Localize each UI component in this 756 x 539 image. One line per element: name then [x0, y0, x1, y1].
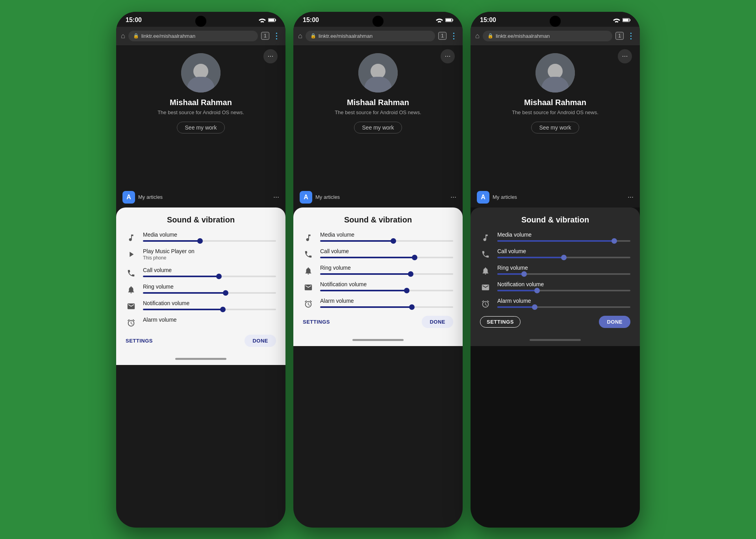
- avatar-3: [536, 53, 575, 93]
- alarm-slider-3[interactable]: [497, 306, 630, 308]
- partial-dots-3: ···: [628, 193, 634, 201]
- home-indicator-1: [116, 353, 285, 365]
- web-partial-1: A My articles ···: [116, 187, 285, 207]
- status-bar-2: 15:00: [293, 12, 463, 27]
- notif-volume-label-2: Notification volume: [320, 281, 453, 287]
- see-work-2[interactable]: See my work: [354, 122, 402, 133]
- home-icon-2[interactable]: ⌂: [298, 32, 302, 40]
- status-time-3: 15:00: [480, 17, 496, 24]
- home-bar-1: [175, 358, 226, 360]
- url-text-3: linktr.ee/mishaalrahman: [496, 33, 550, 39]
- settings-button-1[interactable]: SETTINGS: [126, 338, 153, 344]
- partial-dots-1: ···: [273, 193, 279, 201]
- see-work-1[interactable]: See my work: [177, 122, 225, 133]
- phone-wrapper: 15:00 ⌂ 🔒 linktr.ee/mishaalrahman 1 ⋮ ··…: [116, 12, 640, 528]
- volume-content-call-3: Call volume: [497, 248, 630, 258]
- status-time-1: 15:00: [126, 17, 142, 24]
- see-work-3[interactable]: See my work: [531, 122, 580, 133]
- tab-btn-1[interactable]: 1: [261, 32, 269, 40]
- call-slider-1[interactable]: [143, 276, 276, 277]
- call-slider-2[interactable]: [320, 257, 453, 258]
- volume-content-ring-1: Ring volume: [143, 283, 276, 294]
- ring-volume-label-1: Ring volume: [143, 283, 276, 290]
- volume-row-alarm-1: Alarm volume: [126, 317, 276, 328]
- alarm-slider-2[interactable]: [320, 306, 453, 308]
- url-bar-3[interactable]: 🔒 linktr.ee/mishaalrahman: [483, 31, 612, 41]
- call-volume-label-1: Call volume: [143, 267, 276, 273]
- camera-pill-3: [550, 16, 561, 27]
- home-bar-2: [352, 339, 404, 341]
- done-button-2[interactable]: DONE: [422, 316, 453, 328]
- settings-button-3[interactable]: SETTINGS: [480, 316, 521, 328]
- status-icons-2: [436, 17, 453, 23]
- dialog-title-2: Sound & vibration: [303, 215, 453, 224]
- profile-bio-1: The best source for Android OS news.: [158, 109, 244, 115]
- volume-row-notif-2: Notification volume: [303, 281, 453, 293]
- tab-btn-3[interactable]: 1: [615, 32, 624, 40]
- svg-rect-5: [446, 19, 451, 21]
- svg-rect-8: [623, 19, 628, 21]
- more-circle-3[interactable]: ···: [618, 49, 632, 63]
- volume-content-notif-1: Notification volume: [143, 300, 276, 310]
- volume-row-ring-2: Ring volume: [303, 265, 453, 276]
- volume-row-alarm-3: Alarm volume: [480, 298, 630, 309]
- volume-content-alarm-1: Alarm volume: [143, 317, 276, 324]
- ring-volume-label-3: Ring volume: [497, 265, 630, 271]
- more-circle-2[interactable]: ···: [441, 49, 455, 63]
- volume-row-ring-3: Ring volume: [480, 265, 630, 276]
- phone-3: 15:00 ⌂ 🔒 linktr.ee/mishaalrahman 1 ⋮ ··…: [471, 12, 640, 528]
- more-btn-2[interactable]: ⋮: [450, 31, 458, 41]
- avatar-person-3: [536, 53, 575, 93]
- home-icon-1[interactable]: ⌂: [121, 32, 125, 40]
- ring-volume-label-2: Ring volume: [320, 265, 453, 271]
- svg-rect-4: [452, 19, 453, 20]
- notif-icon-1: [126, 301, 137, 312]
- more-btn-3[interactable]: ⋮: [627, 31, 635, 41]
- home-icon-3[interactable]: ⌂: [475, 32, 480, 40]
- notif-slider-3[interactable]: [497, 290, 630, 291]
- notif-volume-label-1: Notification volume: [143, 300, 276, 306]
- media-slider-3[interactable]: [497, 240, 630, 242]
- notif-slider-1[interactable]: [143, 309, 276, 310]
- svg-rect-1: [275, 19, 276, 20]
- notif-slider-2[interactable]: [320, 290, 453, 291]
- volume-row-alarm-2: Alarm volume: [303, 298, 453, 309]
- volume-content-media-3: Media volume: [497, 232, 630, 242]
- media-slider-1[interactable]: [143, 240, 276, 242]
- ring-slider-2[interactable]: [320, 273, 453, 275]
- done-button-3[interactable]: DONE: [599, 316, 630, 328]
- svg-rect-7: [630, 19, 630, 20]
- volume-content-media-1: Media volume: [143, 232, 276, 242]
- url-bar-2[interactable]: 🔒 linktr.ee/mishaalrahman: [306, 31, 435, 41]
- settings-button-2[interactable]: SETTINGS: [303, 319, 330, 325]
- svg-rect-2: [269, 19, 274, 21]
- avatar-head-2: [371, 64, 385, 79]
- phone-icon-2: [303, 249, 314, 260]
- ring-slider-1[interactable]: [143, 292, 276, 294]
- home-indicator-3: [471, 334, 640, 346]
- more-btn-1[interactable]: ⋮: [272, 31, 281, 41]
- play-sublabel-1: This phone: [143, 255, 276, 261]
- volume-content-ring-2: Ring volume: [320, 265, 453, 275]
- battery-icon-3: [623, 18, 630, 22]
- call-slider-3[interactable]: [497, 257, 630, 258]
- avatar-head-3: [548, 64, 563, 79]
- alarm-icon-2: [303, 298, 314, 309]
- partial-text-1: My articles: [138, 194, 163, 200]
- ring-slider-3[interactable]: [497, 273, 630, 275]
- done-button-1[interactable]: DONE: [245, 335, 276, 347]
- camera-pill-1: [195, 16, 206, 27]
- profile-name-2: Mishaal Rahman: [347, 98, 409, 107]
- url-text-1: linktr.ee/mishaalrahman: [141, 33, 195, 39]
- media-slider-2[interactable]: [320, 240, 453, 242]
- url-bar-1[interactable]: 🔒 linktr.ee/mishaalrahman: [128, 31, 258, 41]
- notif-icon-2: [303, 282, 314, 293]
- more-circle-1[interactable]: ···: [263, 49, 278, 63]
- notif-icon-3: [480, 282, 491, 293]
- ring-icon-1: [126, 284, 137, 295]
- volume-row-notif-3: Notification volume: [480, 281, 630, 293]
- profile-bio-3: The best source for Android OS news.: [512, 109, 598, 115]
- tab-btn-2[interactable]: 1: [438, 32, 447, 40]
- media-volume-label-1: Media volume: [143, 232, 276, 238]
- web-content-3: ··· Mishaal Rahman The best source for A…: [471, 45, 640, 187]
